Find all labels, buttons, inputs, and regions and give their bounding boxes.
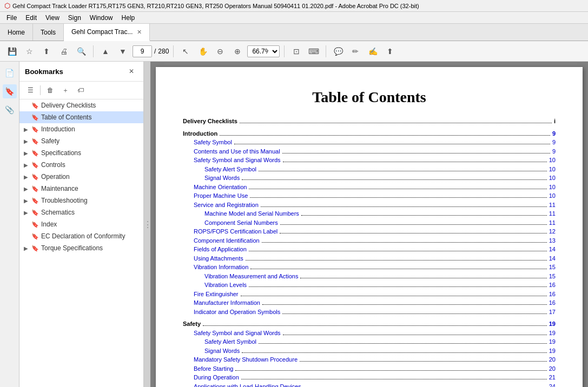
tab-close-icon[interactable]: ✕ [137, 29, 142, 36]
bm-table-of-contents[interactable]: 🔖 Table of Contents [19, 111, 143, 123]
page-total: 280 [158, 48, 169, 55]
prev-page-btn[interactable]: ▲ [98, 44, 113, 59]
toc-row-26[interactable]: Mandatory Safety Shutdown Procedure20 [183, 355, 556, 364]
bm-ec-declaration[interactable]: 🔖 EC Declaration of Conformity [19, 230, 143, 242]
toc-row-8[interactable]: Proper Machine Use10 [183, 191, 556, 201]
toc-dots-18 [249, 286, 547, 287]
toc-row-20[interactable]: Manufacturer Information16 [183, 298, 556, 308]
tab-document[interactable]: Gehl Compact Trac... ✕ [64, 24, 150, 41]
bookmarks-close-btn[interactable]: ✕ [125, 65, 138, 78]
toc-row-19[interactable]: Fire Extinguisher16 [183, 290, 556, 299]
menu-view[interactable]: View [41, 13, 64, 23]
toc-row-15[interactable]: Using Attachments14 [183, 254, 556, 263]
bm-controls[interactable]: ▶ 🔖 Controls [19, 159, 143, 171]
panel-resize-handle[interactable]: ⋮ [144, 62, 150, 387]
bm-introduction[interactable]: ▶ 🔖 Introduction [19, 123, 143, 135]
upload-btn[interactable]: ⬆ [39, 44, 54, 59]
tab-tools[interactable]: Tools [33, 24, 64, 41]
bm-chevron-specs: ▶ [24, 150, 31, 156]
toc-row-6[interactable]: Signal Words10 [183, 174, 556, 183]
sidebar-icon-clip[interactable]: 📎 [3, 103, 17, 117]
bm-list-btn[interactable]: ☰ [24, 84, 37, 97]
toc-row-13[interactable]: Component Identification13 [183, 236, 556, 245]
more-btn[interactable]: ⬆ [382, 44, 398, 59]
menu-help[interactable]: Help [117, 13, 140, 23]
bm-index[interactable]: 🔖 Index [19, 218, 143, 230]
toc-row-14[interactable]: Fields of Application14 [183, 245, 556, 254]
menu-sign[interactable]: Sign [64, 13, 85, 23]
toc-page-27: 20 [549, 364, 556, 373]
toc-row-29[interactable]: Applications with Load-Handling Devices2… [183, 382, 556, 388]
toc-row-5[interactable]: Safety Alert Symbol10 [183, 165, 556, 174]
next-page-btn[interactable]: ▼ [115, 44, 130, 59]
toc-row-23[interactable]: Safety Symbol and Signal Words19 [183, 329, 556, 338]
bm-add-btn[interactable]: ＋ [59, 84, 72, 97]
toc-label-18: Vibration Levels [204, 281, 247, 290]
print-btn[interactable]: 🖨 [56, 44, 71, 59]
save-btn[interactable]: 💾 [4, 44, 19, 59]
zoom-in-btn[interactable]: ⊕ [230, 44, 245, 59]
pdf-page: Table of Contents Delivery ChecklistsiIn… [156, 67, 583, 387]
toc-row-10[interactable]: Machine Model and Serial Numbers11 [183, 209, 556, 218]
menu-window[interactable]: Window [85, 13, 117, 23]
bm-troubleshooting[interactable]: ▶ 🔖 Troubleshooting [19, 195, 143, 206]
pdf-area[interactable]: Table of Contents Delivery ChecklistsiIn… [150, 62, 588, 387]
hand-tool[interactable]: ✋ [195, 44, 210, 59]
toc-label-6: Signal Words [204, 174, 240, 183]
toc-row-4[interactable]: Safety Symbol and Signal Words10 [183, 156, 556, 165]
toc-row-22[interactable]: Safety19 [183, 319, 556, 329]
cursor-tool[interactable]: ↖ [178, 44, 193, 59]
bm-delivery-checklists[interactable]: 🔖 Delivery Checklists [19, 99, 143, 111]
toc-row-21[interactable]: Indicator and Operation Symbols17 [183, 308, 556, 317]
toc-label-12: ROPS/FOPS Certification Label [194, 227, 278, 236]
toc-page-24: 19 [549, 337, 556, 346]
toc-row-12[interactable]: ROPS/FOPS Certification Label12 [183, 227, 556, 236]
menu-file[interactable]: File [2, 13, 21, 23]
toc-row-0[interactable]: Delivery Checklistsi [183, 117, 556, 126]
toc-row-28[interactable]: During Operation21 [183, 373, 556, 382]
bm-safety[interactable]: ▶ 🔖 Safety [19, 135, 143, 147]
bookmark-btn[interactable]: ☆ [22, 44, 37, 59]
sidebar-icon-bookmarks[interactable]: 🔖 [3, 84, 17, 98]
bm-bookmark-icon-schematics: 🔖 [31, 209, 39, 216]
toc-row-18[interactable]: Vibration Levels16 [183, 281, 556, 290]
page-input[interactable] [133, 45, 152, 57]
toc-row-27[interactable]: Before Starting20 [183, 364, 556, 373]
bm-chevron-operation: ▶ [24, 174, 31, 180]
toc-page-17: 15 [549, 272, 556, 281]
toc-row-24[interactable]: Safety Alert Symbol19 [183, 337, 556, 346]
sign-btn[interactable]: ✍ [365, 44, 380, 59]
toc-dots-21 [282, 313, 547, 314]
fit-page-btn[interactable]: ⊡ [289, 44, 304, 59]
toc-page-3: 9 [552, 147, 556, 156]
bm-specifications[interactable]: ▶ 🔖 Specifications [19, 147, 143, 159]
bm-maintenance[interactable]: ▶ 🔖 Maintenance [19, 183, 143, 195]
draw-btn[interactable]: ✏ [348, 44, 363, 59]
zoom-out-btn[interactable]: ⊖ [213, 44, 228, 59]
toc-row-9[interactable]: Service and Registration11 [183, 201, 556, 210]
toc-row-2[interactable]: Safety Symbol9 [183, 138, 556, 147]
toc-dots-27 [235, 370, 546, 371]
zoom-select[interactable]: 66.7% 50% 75% 100% 125% 150% [247, 45, 280, 57]
bm-tag-btn[interactable]: 🏷 [74, 84, 87, 97]
bm-specs-label: Specifications [41, 149, 139, 157]
toc-row-3[interactable]: Contents and Use of this Manual9 [183, 147, 556, 156]
comment-btn[interactable]: 💬 [331, 44, 346, 59]
bm-torque-specs[interactable]: ▶ 🔖 Torque Specifications [19, 242, 143, 254]
rotate-btn[interactable]: ⌨ [306, 44, 321, 59]
sidebar-icon-page[interactable]: 📄 [3, 66, 17, 80]
bm-operation[interactable]: ▶ 🔖 Operation [19, 171, 143, 183]
toc-dots-12 [280, 233, 546, 233]
menu-edit[interactable]: Edit [21, 13, 41, 23]
toc-row-16[interactable]: Vibration Information15 [183, 263, 556, 272]
bm-delete-btn[interactable]: 🗑 [44, 84, 57, 97]
tab-home[interactable]: Home [0, 24, 33, 41]
toc-row-7[interactable]: Machine Orientation10 [183, 183, 556, 192]
bm-bookmark-icon-safety: 🔖 [31, 138, 39, 145]
bm-schematics[interactable]: ▶ 🔖 Schematics [19, 206, 143, 218]
toc-row-11[interactable]: Component Serial Numbers11 [183, 218, 556, 228]
toc-row-25[interactable]: Signal Words19 [183, 346, 556, 356]
toc-row-17[interactable]: Vibration Measurement and Actions15 [183, 272, 556, 281]
toc-row-1[interactable]: Introduction9 [183, 129, 556, 138]
search-btn[interactable]: 🔍 [74, 44, 89, 59]
